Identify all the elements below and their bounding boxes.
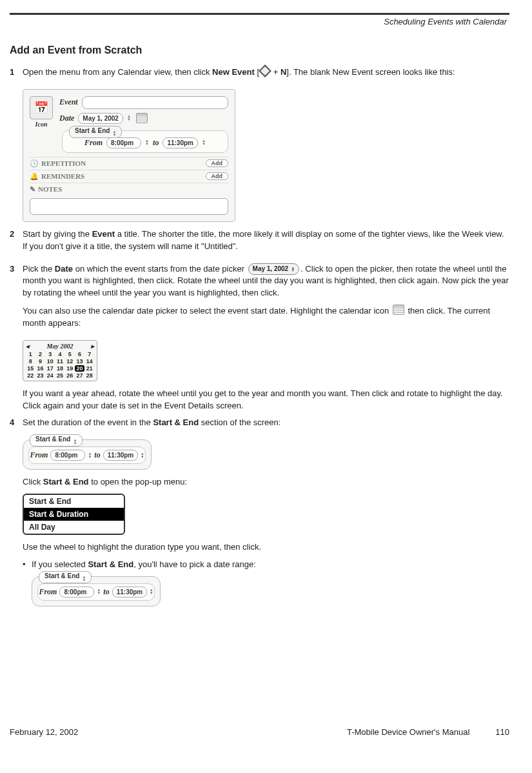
event-type-icon[interactable]: 📅 [30, 96, 53, 119]
reminders-row: 🔔REMINDERS Add [30, 170, 228, 183]
to-label: to [94, 450, 100, 460]
after-mini-text: If you want a year ahead, rotate the whe… [23, 388, 509, 412]
bullet-text: If you selected Start & End, you'll have… [32, 559, 256, 571]
step-number: 3 [10, 263, 23, 335]
step-2: 2 Start by giving the Event a title. The… [10, 228, 509, 258]
step-1-text: Open the menu from any Calendar view, th… [23, 66, 509, 79]
step-3: 3 Pick the Date on which the event start… [10, 263, 509, 335]
from-label: From [39, 587, 57, 597]
date-field[interactable]: May 1, 2002 [78, 113, 123, 124]
start-end-title[interactable]: Start & End▲▼ [39, 571, 92, 583]
bullet-item: • If you selected Start & End, you'll ha… [23, 559, 509, 571]
calendar-icon[interactable] [136, 113, 148, 123]
diamond-icon [259, 65, 271, 77]
prev-month-icon[interactable]: ◂ [26, 343, 29, 350]
clock-icon: 🕓 [30, 159, 39, 168]
from-time-field[interactable]: 8:00pm [50, 450, 85, 461]
step-4-text: Set the duration of the event in the Sta… [23, 417, 509, 429]
step-number: 1 [10, 66, 23, 84]
bell-icon: 🔔 [30, 172, 39, 181]
menu-item-start-duration[interactable]: Start & Duration [24, 508, 124, 521]
step-3-text-1: Pick the Date on which the event starts … [23, 263, 509, 300]
start-end-panel: Start & End▲▼ From 8:00pm ▲▼ to 11:30pm … [23, 439, 152, 470]
to-time-field[interactable]: 11:30pm [103, 450, 138, 461]
menu-item-all-day[interactable]: All Day [24, 521, 124, 534]
icon-label: Icon [30, 121, 53, 128]
footer-page: 110 [495, 727, 509, 737]
date-picker-inline[interactable]: May 1, 2002▲▼ [248, 263, 300, 276]
spinner-icon[interactable]: ▲▼ [141, 452, 144, 459]
page-footer: February 12, 2002 T-Mobile Device Owner'… [10, 727, 509, 737]
running-head: Scheduling Events with Calendar [10, 17, 509, 26]
to-label: to [103, 587, 109, 597]
step-number: 4 [10, 417, 23, 434]
notes-row: ✎NOTES [30, 183, 228, 196]
click-se-text: Click Start & End to open the pop-up men… [23, 476, 509, 488]
step-2-text: Start by giving the Event a title. The s… [23, 228, 509, 253]
to-time-field[interactable]: 11:30pm [112, 587, 147, 597]
from-label: From [84, 138, 103, 148]
bullet-dot-icon: • [23, 559, 32, 571]
step-3-text-2: You can also use the calendar date picke… [23, 305, 509, 330]
spinner-icon[interactable]: ▲▼ [150, 588, 153, 595]
add-reminder-button[interactable]: Add [206, 172, 229, 180]
start-end-subpanel: Start & End▲▼ From 8:00pm ▲▼ to 11:30pm … [62, 130, 228, 153]
to-time-field[interactable]: 11:30pm [163, 137, 198, 148]
from-label: From [30, 450, 48, 460]
repetition-row: 🕓REPETITION Add [30, 157, 228, 170]
from-time-field[interactable]: 8:00pm [59, 587, 94, 597]
pencil-icon: ✎ [30, 185, 35, 194]
duration-type-menu[interactable]: Start & End Start & Duration All Day [23, 494, 125, 535]
section-heading: Add an Event from Scratch [10, 45, 509, 56]
date-label: Date [59, 114, 74, 123]
mini-cal-grid: 1234567 891011121314 15161718192021 2223… [26, 351, 94, 379]
spinner-icon[interactable]: ▲▼ [88, 452, 92, 459]
event-label: Event [59, 97, 78, 107]
spinner-icon[interactable]: ▲▼ [97, 588, 101, 595]
menu-item-start-end[interactable]: Start & End [24, 495, 124, 508]
footer-manual: T-Mobile Device Owner's Manual [347, 727, 469, 737]
step-4: 4 Set the duration of the event in the S… [10, 417, 509, 434]
to-spinner-icon[interactable]: ▲▼ [202, 139, 206, 146]
start-end-title[interactable]: Start & End▲▼ [30, 434, 83, 447]
new-event-panel: 📅 Icon Event Date May 1, 2002 ▲▼ Start &… [23, 89, 235, 222]
start-end-title[interactable]: Start & End▲▼ [69, 126, 122, 138]
notes-field[interactable] [30, 198, 228, 215]
date-spinner-icon[interactable]: ▲▼ [127, 115, 131, 121]
use-wheel-text: Use the wheel to highlight the duration … [23, 541, 509, 554]
add-repetition-button[interactable]: Add [206, 159, 229, 167]
event-title-field[interactable] [82, 96, 228, 109]
footer-date: February 12, 2002 [10, 727, 78, 737]
from-time-field[interactable]: 8:00pm [106, 137, 141, 148]
start-end-panel-2: Start & End▲▼ From 8:00pm ▲▼ to 11:30pm … [32, 576, 161, 607]
next-month-icon[interactable]: ▸ [91, 343, 94, 350]
to-label: to [153, 138, 159, 148]
calendar-icon[interactable] [393, 305, 404, 315]
from-spinner-icon[interactable]: ▲▼ [145, 139, 149, 146]
step-number: 2 [10, 228, 23, 258]
mini-calendar[interactable]: ◂ May 2002 ▸ 1234567 891011121314 151617… [23, 340, 97, 381]
top-rule [10, 13, 509, 15]
mini-cal-month: May 2002 [47, 343, 74, 350]
step-1: 1 Open the menu from any Calendar view, … [10, 66, 509, 84]
